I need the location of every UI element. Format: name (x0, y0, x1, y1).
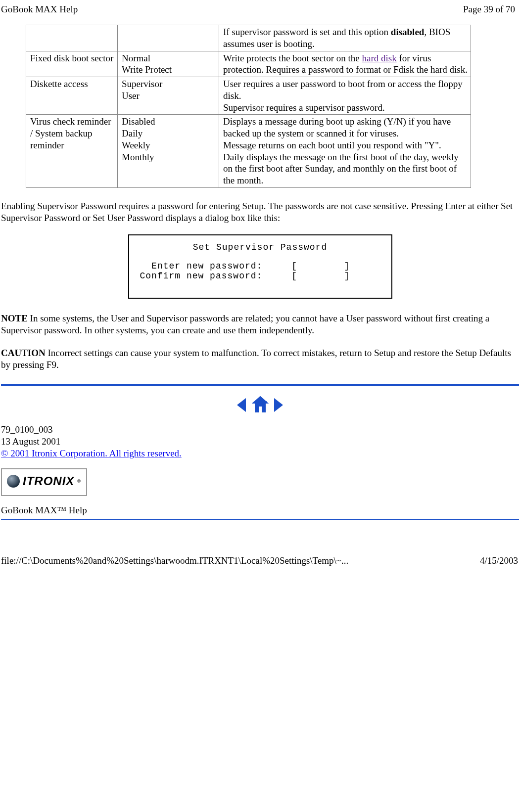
cell-desc: Displays a message during boot up asking… (219, 115, 471, 188)
subheader: GoBook MAX™ Help (1, 505, 519, 516)
cell-options: Normal Write Protect (118, 51, 219, 77)
paragraph-caution: CAUTION Incorrect settings can cause you… (1, 347, 519, 371)
dialog-line1: Enter new password: [ ] (140, 261, 350, 271)
header-title: GoBook MAX Help (1, 4, 78, 15)
logo-globe-icon (7, 475, 20, 488)
doc-number: 79_0100_003 (1, 424, 519, 436)
dialog-line2: Confirm new password: [ ] (140, 271, 350, 281)
footer-path: file://C:\Documents%20and%20Settings\har… (1, 555, 348, 566)
doc-meta: 79_0100_003 13 August 2001 © 2001 Itroni… (1, 424, 519, 459)
page-indicator: Page 39 of 70 (463, 4, 515, 15)
footer-date: 4/15/2003 (480, 555, 518, 566)
cell-field: Diskette access (26, 77, 118, 115)
svg-marker-2 (252, 396, 269, 404)
page-footer: file://C:\Documents%20and%20Settings\har… (0, 529, 520, 570)
divider-thin (1, 519, 519, 520)
dialog-body: Enter new password: [ ] Confirm new pass… (129, 261, 391, 298)
svg-marker-0 (237, 398, 246, 412)
page-header: GoBook MAX Help Page 39 of 70 (0, 0, 520, 25)
divider (1, 384, 519, 386)
table-row: If supervisor password is set and this o… (26, 25, 471, 51)
nav-icons (1, 395, 519, 415)
text: If supervisor password is set and this o… (223, 27, 391, 37)
cell-desc: User requires a user password to boot fr… (219, 77, 471, 115)
password-dialog: Set Supervisor Password Enter new passwo… (128, 234, 392, 299)
paragraph-note: NOTE In some systems, the User and Super… (1, 313, 519, 336)
caution-body: Incorrect settings can cause your system… (1, 348, 511, 370)
registered-mark: ® (77, 479, 81, 484)
note-label: NOTE (1, 313, 28, 323)
nav-prev-icon[interactable] (235, 399, 250, 409)
cell-desc: Write protects the boot sector on the ha… (219, 51, 471, 77)
nav-next-icon[interactable] (272, 399, 285, 409)
cell-options: Supervisor User (118, 77, 219, 115)
table-row: Virus check reminder / System backup rem… (26, 115, 471, 188)
cell-desc: If supervisor password is set and this o… (219, 25, 471, 51)
doc-date: 13 August 2001 (1, 436, 519, 448)
bold-text: disabled (391, 27, 425, 37)
copyright-link[interactable]: © 2001 Itronix Corporation. All rights r… (1, 448, 182, 458)
logo-wordmark: ITRONIX (23, 474, 74, 488)
cell-field: Fixed disk boot sector (26, 51, 118, 77)
cell-options (118, 25, 219, 51)
nav-home-icon[interactable] (250, 399, 273, 409)
table-row: Fixed disk boot sector Normal Write Prot… (26, 51, 471, 77)
svg-rect-4 (259, 406, 262, 412)
dialog-title: Set Supervisor Password (129, 235, 391, 261)
paragraph-enabling: Enabling Supervisor Password requires a … (1, 200, 519, 224)
bios-security-table: If supervisor password is set and this o… (26, 25, 471, 188)
text: Write protects the boot sector on the (223, 53, 362, 63)
cell-options: Disabled Daily Weekly Monthly (118, 115, 219, 188)
svg-marker-5 (274, 398, 283, 412)
table-row: Diskette access Supervisor User User req… (26, 77, 471, 115)
logo-box: ITRONIX® (1, 468, 87, 496)
caution-label: CAUTION (1, 348, 46, 358)
cell-field: Virus check reminder / System backup rem… (26, 115, 118, 188)
itronix-logo: ITRONIX® (7, 474, 81, 488)
cell-field (26, 25, 118, 51)
hard-disk-link[interactable]: hard disk (362, 53, 396, 63)
note-body: In some systems, the User and Supervisor… (1, 313, 489, 335)
